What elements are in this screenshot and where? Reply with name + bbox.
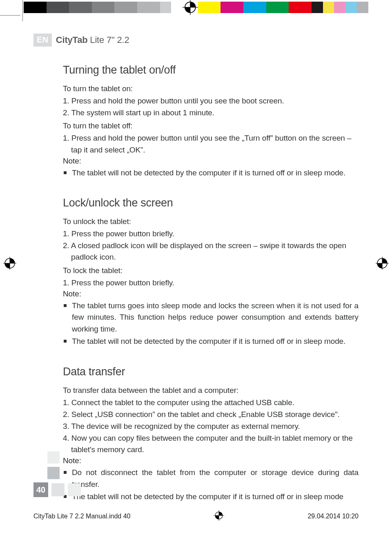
content-column: Turning the tablet on/offTo turn the tab… bbox=[63, 64, 359, 503]
trim-line bbox=[0, 15, 20, 16]
paragraph: To transfer data between the tablet and … bbox=[63, 385, 359, 396]
list-item: 2. The system will start up in about 1 m… bbox=[63, 107, 359, 119]
language-badge: EN bbox=[33, 34, 52, 47]
registration-mark-icon bbox=[3, 257, 16, 270]
footer-square bbox=[68, 483, 81, 496]
color-swatch bbox=[209, 2, 221, 13]
doc-header: EN CityTab Lite 7" 2.2 bbox=[33, 34, 359, 47]
color-swatch bbox=[114, 2, 126, 13]
color-swatch bbox=[35, 2, 47, 13]
color-swatch bbox=[243, 2, 255, 13]
ordered-list: 1. Press the power button briefly.2. A c… bbox=[63, 228, 359, 263]
color-swatch bbox=[24, 2, 35, 13]
color-swatch bbox=[160, 2, 172, 13]
note-label: Note: bbox=[63, 456, 359, 465]
footer-square bbox=[47, 451, 60, 464]
ordered-list: 1. Press and hold the power button until… bbox=[63, 132, 359, 155]
product-title: CityTab Lite 7" 2.2 bbox=[56, 35, 129, 45]
list-item: 1. Connect the tablet to the computer us… bbox=[63, 397, 359, 408]
color-swatch bbox=[198, 2, 209, 13]
print-color-bar bbox=[24, 2, 368, 13]
section-heading: Lock/unlock the screen bbox=[63, 197, 359, 209]
paragraph: To unlock the tablet: bbox=[63, 216, 359, 227]
document-info-bar: CityTab Lite 7 2.2 Manual.indd 40 29.04.… bbox=[33, 510, 359, 522]
registration-mark-icon bbox=[214, 510, 224, 522]
list-item: Do not disconnect the tablet from the co… bbox=[63, 467, 359, 490]
color-swatch bbox=[92, 2, 103, 13]
color-swatch bbox=[220, 2, 232, 13]
registration-mark-icon bbox=[183, 2, 198, 13]
paragraph: To turn the tablet off: bbox=[63, 120, 359, 132]
footer-decoration: 40 bbox=[33, 451, 81, 497]
bullet-list: Do not disconnect the tablet from the co… bbox=[63, 467, 359, 503]
footer-square bbox=[47, 467, 60, 479]
paragraph: To lock the tablet: bbox=[63, 265, 359, 276]
doc-datetime: 29.04.2014 10:20 bbox=[307, 513, 359, 520]
bullet-list: The tablet turns goes into sleep mode an… bbox=[63, 300, 359, 347]
ordered-list: 1. Press and hold the power button until… bbox=[63, 95, 359, 119]
section-heading: Turning the tablet on/off bbox=[63, 64, 359, 76]
doc-filename: CityTab Lite 7 2.2 Manual.indd 40 bbox=[33, 513, 130, 520]
registration-mark-icon bbox=[376, 257, 389, 270]
section: Data transferTo transfer data between th… bbox=[63, 365, 359, 503]
list-item: 1. Press and hold the power button until… bbox=[63, 132, 359, 155]
list-item: The tablet turns goes into sleep mode an… bbox=[63, 300, 359, 335]
list-item: The tablet will not be detected by the c… bbox=[63, 491, 359, 503]
ordered-list: 1. Connect the tablet to the computer us… bbox=[63, 397, 359, 456]
color-swatch bbox=[266, 2, 278, 13]
note-label: Note: bbox=[63, 289, 359, 298]
list-item: 2. A closed padlock icon will be display… bbox=[63, 240, 359, 263]
color-swatch bbox=[277, 2, 289, 13]
list-item: The tablet will not be detected by the c… bbox=[63, 167, 359, 179]
color-swatch bbox=[171, 2, 183, 13]
ordered-list: 1. Press the power button briefly. bbox=[63, 277, 359, 289]
section-heading: Data transfer bbox=[63, 365, 359, 378]
color-swatch bbox=[300, 2, 312, 13]
page-content: EN CityTab Lite 7" 2.2 Turning the table… bbox=[33, 33, 359, 501]
list-item: The tablet will not be detected by the c… bbox=[63, 336, 359, 347]
color-swatch bbox=[357, 2, 368, 13]
color-swatch bbox=[58, 2, 69, 13]
color-swatch bbox=[323, 2, 334, 13]
trim-line bbox=[22, 0, 23, 21]
bullet-list: The tablet will not be detected by the c… bbox=[63, 167, 359, 179]
list-item: 3. The device will be recognized by the … bbox=[63, 421, 359, 432]
color-swatch bbox=[137, 2, 149, 13]
page-number: 40 bbox=[33, 482, 48, 497]
color-swatch bbox=[80, 2, 92, 13]
color-swatch bbox=[289, 2, 300, 13]
color-swatch bbox=[232, 2, 243, 13]
color-swatch bbox=[149, 2, 160, 13]
color-swatch bbox=[255, 2, 266, 13]
list-item: 1. Press the power button briefly. bbox=[63, 277, 359, 289]
footer-square bbox=[51, 483, 65, 496]
color-swatch bbox=[312, 2, 323, 13]
list-item: 4. Now you can copy files between the co… bbox=[63, 433, 359, 455]
list-item: 1. Press the power button briefly. bbox=[63, 228, 359, 240]
section: Lock/unlock the screenTo unlock the tabl… bbox=[63, 197, 359, 347]
color-swatch bbox=[334, 2, 345, 13]
color-swatch bbox=[126, 2, 137, 13]
list-item: 1. Press and hold the power button until… bbox=[63, 95, 359, 107]
list-item: 2. Select „USB connection” on the tablet… bbox=[63, 409, 359, 420]
color-swatch bbox=[103, 2, 115, 13]
section: Turning the tablet on/offTo turn the tab… bbox=[63, 64, 359, 179]
paragraph: To turn the tablet on: bbox=[63, 83, 359, 94]
color-swatch bbox=[345, 2, 357, 13]
note-label: Note: bbox=[63, 157, 359, 166]
color-swatch bbox=[69, 2, 80, 13]
color-swatch bbox=[47, 2, 58, 13]
